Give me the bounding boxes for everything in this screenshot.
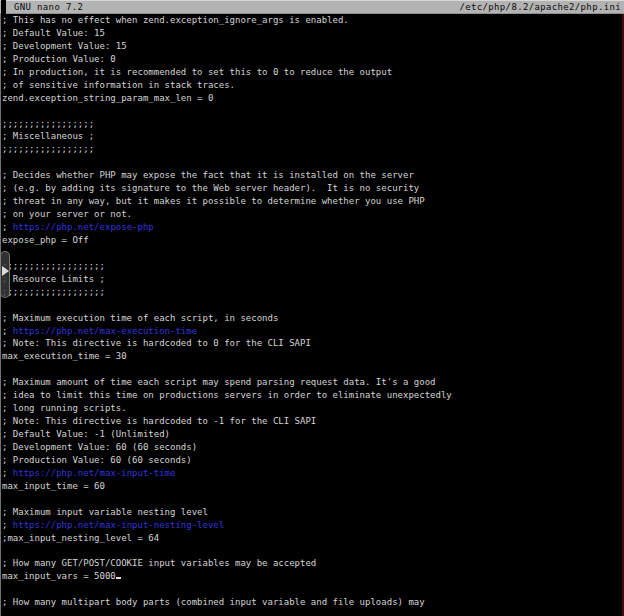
editor-line: max_input_vars = 5000 <box>1 570 624 583</box>
editor-line: ; Decides whether PHP may expose the fac… <box>1 169 624 182</box>
app-version-title: GNU nano 7.2 <box>14 0 83 14</box>
editor-line <box>1 105 624 118</box>
editor-line <box>1 156 624 169</box>
editor-line <box>1 363 624 376</box>
editor-line: ; Maximum amount of time each script may… <box>1 376 624 389</box>
editor-line: ; In production, it is recommended to se… <box>1 66 624 79</box>
comment-prefix: ; <box>2 520 13 530</box>
nano-titlebar: GNU nano 7.2 /etc/php/8.2/apache2/php.in… <box>0 0 624 14</box>
editor-line: ;;;;;;;;;;;;;;;;;;; <box>1 286 624 299</box>
editor-line: ; Development Value: 60 (60 seconds) <box>1 441 624 454</box>
editor-line: ; Maximum input variable nesting level <box>1 506 624 519</box>
editor-line: ; threat in any way, but it makes it pos… <box>1 195 624 208</box>
editor-line: ; Note: This directive is hardcoded to -… <box>1 415 624 428</box>
editor-line: ; Miscellaneous ; <box>1 130 624 143</box>
editor-line <box>1 544 624 557</box>
php-net-link: https://php.net/max-input-time <box>13 468 176 478</box>
editor-line: ; This has no effect when zend.exception… <box>1 14 624 27</box>
editor-line <box>1 583 624 596</box>
editor-line: max_execution_time = 30 <box>1 350 624 363</box>
editor-line: ; https://php.net/expose-php <box>1 221 624 234</box>
comment-prefix: ; <box>2 326 13 336</box>
file-path-title: /etc/php/8.2/apache2/php.ini <box>459 0 621 14</box>
editor-line: max_input_time = 60 <box>1 480 624 493</box>
editor-line: ; Note: This directive is hardcoded to 0… <box>1 337 624 350</box>
editor-line: ; Default Value: 15 <box>1 27 624 40</box>
editor-line: zend.exception_string_param_max_len = 0 <box>1 92 624 105</box>
editor-line: ; long running scripts. <box>1 402 624 415</box>
editor-line: ; Development Value: 15 <box>1 40 624 53</box>
editor-line: ; on your server or not. <box>1 208 624 221</box>
editor-line: ; of sensitive information in stack trac… <box>1 79 624 92</box>
editor-line <box>1 493 624 506</box>
editor-line: ; Default Value: -1 (Unlimited) <box>1 428 624 441</box>
editor-line: ; Resource Limits ; <box>1 273 624 286</box>
editor-line <box>1 247 624 260</box>
text-cursor <box>116 577 121 580</box>
editor-line: ; How many GET/POST/COOKIE input variabl… <box>1 557 624 570</box>
editor-line: ; idea to limit this time on productions… <box>1 389 624 402</box>
editor-line: ; Maximum execution time of each script,… <box>1 312 624 325</box>
editor-line: ;max_input_nesting_level = 64 <box>1 532 624 545</box>
editor-line: ; (e.g. by adding its signature to the W… <box>1 182 624 195</box>
editor-line <box>1 299 624 312</box>
terminal-window[interactable]: GNU nano 7.2 /etc/php/8.2/apache2/php.in… <box>0 0 624 616</box>
editor-line: ; https://php.net/max-execution-time <box>1 325 624 338</box>
editor-text-area[interactable]: ; This has no effect when zend.exception… <box>0 14 624 616</box>
comment-prefix: ; <box>2 468 13 478</box>
mouse-pointer-icon <box>2 266 9 276</box>
editor-line: ;;;;;;;;;;;;;;;;; <box>1 143 624 156</box>
editor-line: ;;;;;;;;;;;;;;;;;;; <box>1 260 624 273</box>
editor-line: expose_php = Off <box>1 234 624 247</box>
php-net-link: https://php.net/max-execution-time <box>13 326 197 336</box>
comment-prefix: ; <box>2 222 13 232</box>
editor-line: ;;;;;;;;;;;;;;;;; <box>1 118 624 131</box>
editor-line: ; https://php.net/max-input-time <box>1 467 624 480</box>
editor-line: ; https://php.net/max-input-nesting-leve… <box>1 519 624 532</box>
editor-line: ; Production Value: 60 (60 seconds) <box>1 454 624 467</box>
php-net-link: https://php.net/expose-php <box>13 222 154 232</box>
editor-line: ; Production Value: 0 <box>1 53 624 66</box>
php-net-link: https://php.net/max-input-nesting-level <box>13 520 224 530</box>
editor-line: ; How many multipart body parts (combine… <box>1 596 624 609</box>
